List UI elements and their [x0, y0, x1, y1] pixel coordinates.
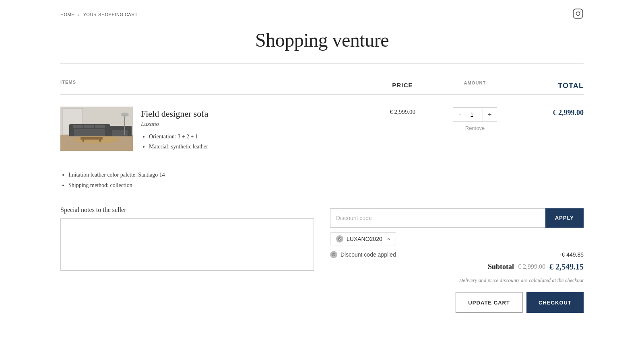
- breadcrumb-separator: ›: [78, 12, 80, 17]
- remove-item-link[interactable]: Remove: [439, 125, 511, 131]
- discount-tag-remove-button[interactable]: ×: [387, 236, 390, 242]
- svg-rect-22: [83, 140, 84, 142]
- breadcrumb-home[interactable]: HOME: [60, 12, 74, 17]
- site-title: Shopping venture: [60, 25, 584, 63]
- action-buttons: UPDATE CART CHECKOUT: [330, 292, 584, 313]
- update-cart-button[interactable]: UPDATE CART: [456, 292, 522, 313]
- svg-rect-18: [128, 126, 132, 136]
- checkout-button[interactable]: CHECKOUT: [526, 292, 584, 313]
- table-row: Field designer sofa Luxano Orientation: …: [60, 95, 584, 164]
- discount-code-value: LUXANO2020: [347, 236, 382, 242]
- svg-rect-0: [573, 9, 582, 18]
- discount-applied-row: Discount code applied -€ 449.85: [330, 251, 584, 258]
- discount-code-input[interactable]: [330, 208, 545, 228]
- special-notes-section: Special notes to the seller: [60, 206, 314, 313]
- svg-rect-21: [80, 137, 103, 140]
- svg-rect-12: [73, 125, 83, 128]
- delivery-note: Delivery and price discounts are calcula…: [330, 276, 584, 284]
- svg-rect-17: [108, 126, 112, 136]
- page-header: HOME › YOUR SHOPPING CART: [60, 0, 584, 25]
- col-header-total: TOTAL: [511, 80, 584, 90]
- col-header-price: PRICE: [366, 80, 439, 90]
- quantity-input[interactable]: [467, 108, 483, 121]
- item-specs: Orientation: 3 + 2 + 1 Material: synthet…: [141, 132, 208, 152]
- special-notes-label: Special notes to the seller: [60, 206, 314, 214]
- item-brand: Luxano: [141, 121, 208, 128]
- quantity-increase-button[interactable]: +: [483, 108, 497, 121]
- col-header-items: ITEMS: [60, 80, 366, 90]
- subtotal-new-price: € 2,549.15: [549, 262, 584, 272]
- col-header-amount: AMOUNT: [439, 80, 511, 90]
- list-item: Imitation leather color palette: Santiag…: [68, 170, 584, 180]
- quantity-controls[interactable]: - +: [453, 107, 497, 122]
- list-item: Shipping method: collection: [68, 180, 584, 190]
- subtotal-row: Subtotal € 2,999.00 € 2,549.15: [330, 262, 584, 272]
- cart-header: ITEMS PRICE AMOUNT TOTAL: [60, 76, 584, 95]
- list-item: Material: synthetic leather: [149, 142, 208, 152]
- subtotal-original-price: € 2,999.00: [518, 263, 545, 270]
- item-total: € 2,999.00: [511, 107, 584, 117]
- instagram-icon[interactable]: [572, 8, 584, 21]
- item-price: € 2,999.00: [366, 107, 439, 115]
- tag-icon: [336, 235, 343, 243]
- svg-point-20: [121, 113, 129, 117]
- apply-discount-button[interactable]: APPLY: [545, 208, 584, 228]
- discount-applied-amount: -€ 449.85: [560, 251, 584, 258]
- subtotal-label: Subtotal: [488, 263, 514, 271]
- svg-rect-19: [124, 115, 125, 135]
- header-divider: [60, 63, 584, 64]
- item-amount: - + Remove: [439, 107, 511, 131]
- breadcrumb-current: YOUR SHOPPING CART: [83, 12, 138, 17]
- item-details: Field designer sofa Luxano Orientation: …: [60, 107, 366, 152]
- discount-input-row: APPLY: [330, 208, 584, 228]
- svg-rect-23: [99, 140, 101, 142]
- svg-rect-13: [84, 125, 94, 128]
- special-notes-textarea[interactable]: [60, 218, 314, 271]
- discount-section: APPLY LUXANO2020 ×: [330, 206, 584, 313]
- quantity-decrease-button[interactable]: -: [453, 108, 467, 121]
- item-image: [60, 107, 133, 151]
- svg-rect-16: [111, 126, 129, 130]
- item-info: Field designer sofa Luxano Orientation: …: [141, 107, 208, 152]
- list-item: Orientation: 3 + 2 + 1: [149, 132, 208, 142]
- discount-applied-icon: [330, 251, 337, 258]
- item-extra-specs: Imitation leather color palette: Santiag…: [60, 170, 584, 190]
- discount-applied-text: Discount code applied: [341, 251, 396, 258]
- discount-tag: LUXANO2020 ×: [330, 232, 396, 245]
- discount-applied-label: Discount code applied: [330, 251, 396, 258]
- bottom-section: Special notes to the seller APPLY LUXANO…: [60, 190, 584, 325]
- breadcrumb: HOME › YOUR SHOPPING CART: [60, 12, 138, 17]
- svg-rect-14: [95, 125, 105, 128]
- item-name: Field designer sofa: [141, 109, 208, 119]
